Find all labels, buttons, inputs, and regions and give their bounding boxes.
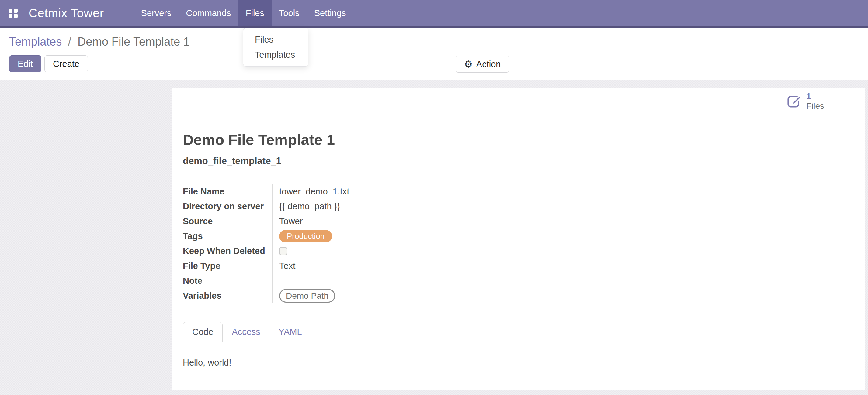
files-dropdown-menu: FilesTemplates <box>243 28 308 67</box>
field-row: SourceTower <box>183 214 854 229</box>
field-value: Tower <box>272 214 854 229</box>
form-sheet: 1 Files Demo File Template 1 demo_file_t… <box>172 88 865 390</box>
sheet-body: Demo File Template 1 demo_file_template_… <box>173 131 865 368</box>
top-navbar: Cetmix Tower ServersCommandsFilesToolsSe… <box>0 0 868 28</box>
nav-item-commands[interactable]: Commands <box>179 0 238 27</box>
apps-grid-icon <box>8 9 18 18</box>
apps-menu-button[interactable] <box>0 0 26 27</box>
field-value: tower_demo_1.txt <box>272 184 854 199</box>
variable-pill: Demo Path <box>279 289 335 303</box>
field-value-text: Text <box>279 261 295 271</box>
tab-access[interactable]: Access <box>223 322 269 341</box>
control-panel: Templates / Demo File Template 1 Edit Cr… <box>0 28 868 79</box>
field-label: Note <box>183 276 272 286</box>
field-label: Variables <box>183 291 272 301</box>
action-button-label: Action <box>476 59 501 69</box>
dropdown-item-files[interactable]: Files <box>243 32 308 47</box>
field-value <box>272 244 854 259</box>
field-row: VariablesDemo Path <box>183 288 854 303</box>
field-row: Note <box>183 273 854 288</box>
field-label: Keep When Deleted <box>183 246 272 256</box>
breadcrumb-current: Demo File Template 1 <box>78 35 190 48</box>
control-buttons: Edit Create <box>9 55 868 72</box>
field-group: File Nametower_demo_1.txtDirectory on se… <box>183 184 854 303</box>
nav-item-tools[interactable]: Tools <box>272 0 307 27</box>
dropdown-item-templates[interactable]: Templates <box>243 47 308 62</box>
gear-icon: ⚙ <box>464 60 473 69</box>
field-value: {{ demo_path }} <box>272 199 854 214</box>
field-row: TagsProduction <box>183 229 854 244</box>
button-box: 1 Files <box>173 88 865 114</box>
breadcrumb-parent-link[interactable]: Templates <box>9 35 62 48</box>
tab-yaml[interactable]: YAML <box>270 322 311 341</box>
files-stat-button[interactable]: 1 Files <box>778 88 865 114</box>
breadcrumb-separator: / <box>65 35 74 48</box>
tag-badge: Production <box>279 230 332 242</box>
nav-item-settings[interactable]: Settings <box>307 0 353 27</box>
stat-text: 1 Files <box>806 92 824 111</box>
field-value: Demo Path <box>272 288 854 303</box>
field-label: File Type <box>183 261 272 271</box>
field-row: Keep When Deleted <box>183 244 854 259</box>
keep-when-deleted-checkbox <box>279 247 287 255</box>
field-label: Directory on server <box>183 201 272 211</box>
nav-menu: ServersCommandsFilesToolsSettings <box>134 0 353 27</box>
field-value <box>272 273 854 288</box>
breadcrumb: Templates / Demo File Template 1 <box>9 33 868 51</box>
field-value-text: {{ demo_path }} <box>279 201 340 211</box>
nav-item-servers[interactable]: Servers <box>134 0 179 27</box>
nav-item-files[interactable]: Files <box>239 0 272 27</box>
code-content: Hello, world! <box>183 358 854 368</box>
edit-button[interactable]: Edit <box>9 55 41 72</box>
stat-count: 1 <box>806 92 811 101</box>
field-row: File Nametower_demo_1.txt <box>183 184 854 199</box>
tab-code[interactable]: Code <box>183 322 223 342</box>
field-value-text: Tower <box>279 216 303 226</box>
field-value: Production <box>272 229 854 244</box>
field-label: Source <box>183 216 272 226</box>
notebook-tabs: CodeAccessYAML <box>183 322 854 342</box>
field-label: File Name <box>183 187 272 197</box>
field-row: File TypeText <box>183 259 854 273</box>
field-row: Directory on server{{ demo_path }} <box>183 199 854 214</box>
field-value: Text <box>272 259 854 273</box>
record-title: Demo File Template 1 <box>183 131 854 148</box>
create-button[interactable]: Create <box>44 55 88 72</box>
edit-file-icon <box>787 94 801 108</box>
action-button[interactable]: ⚙ Action <box>456 56 509 73</box>
brand-title[interactable]: Cetmix Tower <box>26 0 107 27</box>
stat-label: Files <box>806 101 824 111</box>
field-value-text: tower_demo_1.txt <box>279 187 349 197</box>
record-reference: demo_file_template_1 <box>183 156 854 166</box>
field-label: Tags <box>183 231 272 241</box>
